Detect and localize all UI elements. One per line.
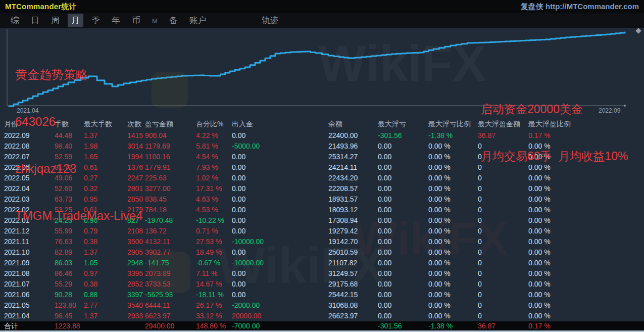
value-cell: 0.00 % <box>428 311 451 321</box>
value-cell: 0.00 % <box>428 226 451 236</box>
month-cell: 2021.09 <box>4 258 30 268</box>
menu-item-M[interactable]: M <box>148 15 161 26</box>
menu-item-周[interactable]: 周 <box>47 14 63 27</box>
value-cell: 27.53 % <box>196 236 222 247</box>
value-cell: 26623.97 <box>328 311 358 321</box>
value-cell: 0.00 <box>232 247 245 258</box>
value-cell: 3397 <box>127 290 143 300</box>
value-cell: 906.04 <box>145 130 167 141</box>
value-cell: 0.00 % <box>528 194 551 205</box>
value-cell: -1970.48 <box>145 215 173 226</box>
value-cell: 3540 <box>127 300 143 311</box>
value-cell: 0.00 <box>232 268 245 279</box>
value-cell: 0 <box>478 258 482 268</box>
menu-item-年[interactable]: 年 <box>108 14 124 27</box>
month-cell: 2021.04 <box>4 311 30 321</box>
value-cell: 3395 <box>127 268 143 279</box>
app-window: MTCommander统计 复盘侠 http://MTCommander.com… <box>0 0 644 332</box>
value-cell: 22208.57 <box>328 183 358 194</box>
column-header: 百分比% <box>196 118 223 130</box>
table-row[interactable]: 2021.0986.031.052948-141.75-0.67 %-10000… <box>0 258 644 268</box>
value-cell: 24214.11 <box>328 162 357 173</box>
value-cell: 0 <box>478 226 482 236</box>
value-cell: 0 <box>478 236 482 247</box>
value-cell: 0.00 % <box>428 173 451 183</box>
menu-item-季[interactable]: 季 <box>88 14 104 27</box>
table-row[interactable]: 2021.0690.280.883397-5625.93-18.11 %0.00… <box>0 290 644 300</box>
value-cell: 21493.96 <box>328 141 358 152</box>
value-cell: 0.00 <box>232 162 245 173</box>
value-cell: 0 <box>478 279 482 290</box>
table-row[interactable]: 2021.0755.290.3828523733.5314.67 %0.0029… <box>0 279 644 290</box>
value-cell: 0.00 <box>378 152 391 162</box>
month-cell: 2021.07 <box>4 279 30 290</box>
value-cell: -18.11 % <box>196 290 224 300</box>
menu-item-月[interactable]: 月 <box>68 14 83 27</box>
value-cell: 0.00 <box>378 215 391 226</box>
value-cell: 0.00 <box>378 236 391 247</box>
value-cell: 2933 <box>127 311 143 321</box>
column-header: 盈亏金额 <box>145 118 173 130</box>
value-cell: 4.53 % <box>196 205 218 215</box>
value-cell: 0.00 % <box>428 152 451 162</box>
value-cell: 3277.00 <box>145 183 171 194</box>
column-header: 余额 <box>328 118 342 130</box>
value-cell: 7.93 % <box>196 162 218 173</box>
value-cell: 0 <box>478 300 482 311</box>
value-cell: 0.00 % <box>528 258 551 268</box>
value-cell: 0.00 % <box>528 311 551 321</box>
menu-item-备[interactable]: 备 <box>166 14 181 27</box>
value-cell: 838.45 <box>145 194 167 205</box>
value-cell: 0.00 <box>378 226 391 236</box>
value-cell: -7000.00 <box>232 321 260 331</box>
starting-capital-note: 启动资金20000美金 <box>481 102 628 117</box>
value-cell: 2852 <box>127 279 143 290</box>
value-cell: 225.63 <box>145 173 167 183</box>
value-cell: 0 <box>478 290 482 300</box>
menu-item-日[interactable]: 日 <box>27 14 43 27</box>
value-cell: 14.67 % <box>196 279 222 290</box>
value-cell: -301.56 <box>378 130 402 141</box>
value-cell: -10000.00 <box>232 258 264 268</box>
value-cell: 4.63 % <box>196 194 218 205</box>
table-row[interactable]: 2021.0496.451.3729336623.9733.12 %20000.… <box>0 311 644 321</box>
value-cell: 0.00 <box>378 183 391 194</box>
table-row[interactable]: 2021.05123.802.7735406444.1126.17 %-2000… <box>0 300 644 311</box>
value-cell: 25314.27 <box>328 152 358 162</box>
total-row[interactable]: 合计1223.8829400.00148.80 %-7000.00-301.56… <box>0 321 644 331</box>
value-cell: 21107.82 <box>328 258 357 268</box>
value-cell: 0.00 <box>232 279 245 290</box>
value-cell: 0.00 <box>378 268 391 279</box>
value-cell: 0.00 <box>378 141 391 152</box>
value-cell: 0.00 % <box>428 290 451 300</box>
value-cell: 0.00 % <box>528 268 551 279</box>
value-cell: 0.00 % <box>528 300 551 311</box>
value-cell: 0.00 <box>378 258 391 268</box>
value-cell: 17.31 % <box>196 183 222 194</box>
value-cell: 19279.42 <box>328 226 358 236</box>
value-cell: 0.00 <box>378 162 391 173</box>
value-cell: 0.71 % <box>196 226 218 236</box>
value-cell: 0.00 <box>232 215 245 226</box>
menu-item-账户[interactable]: 账户 <box>186 14 210 27</box>
value-cell: 0.00 <box>378 311 391 321</box>
value-cell: 25442.15 <box>328 290 358 300</box>
menu-item-轨迹[interactable]: 轨迹 <box>258 14 282 27</box>
value-cell: 3902.77 <box>145 247 171 258</box>
table-row[interactable]: 2021.0886.460.9733952073.897.11 %0.00312… <box>0 268 644 279</box>
value-cell: -2000.00 <box>232 300 260 311</box>
value-cell: 0.38 <box>84 279 97 290</box>
value-cell: 25010.59 <box>328 247 358 258</box>
menu-item-综[interactable]: 综 <box>7 14 23 27</box>
broker-server: TMGM.TradeMax-Live4 <box>15 208 143 223</box>
value-cell: 0.00 <box>378 300 391 311</box>
value-cell: 784.18 <box>145 205 167 215</box>
value-cell: -141.75 <box>145 258 169 268</box>
value-cell: 1.05 <box>84 258 97 268</box>
value-cell: 0.00 <box>232 194 245 205</box>
account-number: 643026 <box>15 114 143 129</box>
value-cell: 0.00 % <box>528 226 551 236</box>
value-cell: 7.11 % <box>196 268 218 279</box>
value-cell: 29175.68 <box>328 279 358 290</box>
menu-item-币[interactable]: 币 <box>128 14 144 27</box>
